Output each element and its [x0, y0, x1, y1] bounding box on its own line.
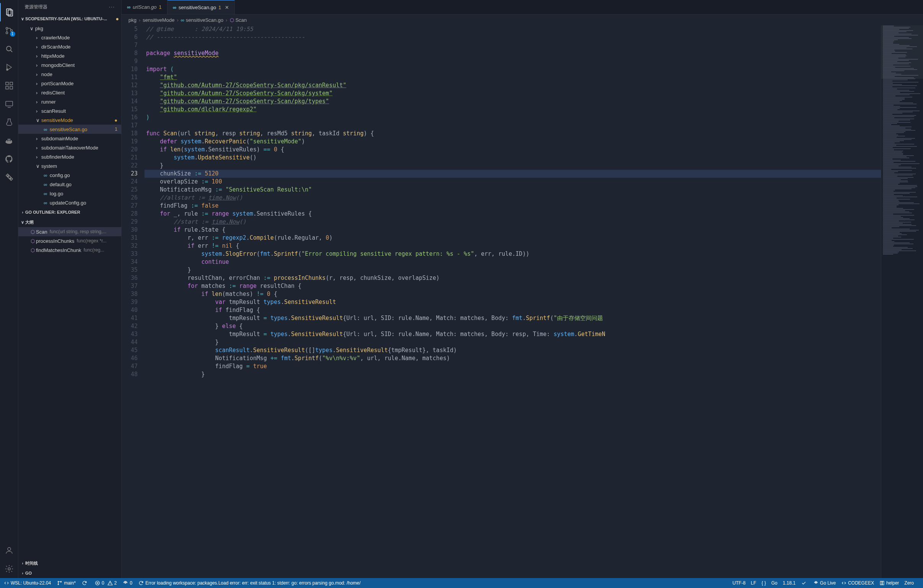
- svg-point-14: [8, 547, 11, 550]
- go-section-header[interactable]: ›GO: [18, 568, 121, 578]
- settings-icon[interactable]: [0, 560, 18, 578]
- tab-sensitivescan[interactable]: ∞ sensitiveScan.go 1 ✕: [168, 0, 235, 14]
- svg-point-17: [58, 584, 59, 585]
- tab-urlscan[interactable]: ∞ urlScan.go 1: [122, 0, 168, 14]
- outline-item-scan[interactable]: ⬡Scanfunc(url string, resp string,...: [18, 227, 121, 236]
- status-sync[interactable]: [82, 580, 89, 586]
- tree-folder[interactable]: ›scanResult: [18, 106, 121, 115]
- svg-rect-8: [10, 82, 13, 85]
- minimap[interactable]: [881, 25, 923, 578]
- tree-folder-system[interactable]: ∨system: [18, 161, 121, 171]
- remote-icon[interactable]: [0, 95, 18, 113]
- tree-folder[interactable]: ›node: [18, 70, 121, 79]
- svg-rect-7: [6, 82, 8, 85]
- line-gutter: 5678910111213141516171819202122232425262…: [122, 25, 145, 578]
- svg-point-13: [10, 178, 11, 179]
- status-remote[interactable]: WSL: Ubuntu-22.04: [4, 580, 51, 586]
- timeline-header[interactable]: ›时间线: [18, 558, 121, 568]
- sidebar-title: 资源管理器 ···: [18, 0, 121, 14]
- scm-icon[interactable]: 1: [0, 21, 18, 40]
- tree-folder[interactable]: ›httpxMode: [18, 51, 121, 61]
- sidebar: 资源管理器 ··· ∨ SCOPESENTRY-SCAN [WSL: UBUNT…: [18, 0, 122, 578]
- tab-bar: ∞ urlScan.go 1 ∞ sensitiveScan.go 1 ✕: [122, 0, 923, 15]
- extensions-icon[interactable]: [0, 76, 18, 95]
- tree-folder[interactable]: ›redisClient: [18, 88, 121, 97]
- status-branch[interactable]: main*: [57, 580, 76, 586]
- tree-folder[interactable]: ›subfinderMode: [18, 152, 121, 161]
- test-icon[interactable]: [0, 113, 18, 131]
- tree-file[interactable]: ∞updateConfig.go: [18, 198, 121, 207]
- tree-file[interactable]: ∞default.go: [18, 180, 121, 189]
- account-icon[interactable]: [0, 541, 18, 560]
- svg-rect-23: [882, 581, 884, 585]
- tree-folder[interactable]: ›dirScanMode: [18, 42, 121, 51]
- explorer-icon[interactable]: [0, 3, 18, 21]
- svg-point-16: [58, 581, 59, 582]
- scm-badge: 1: [10, 31, 15, 37]
- tree-file[interactable]: ∞log.go: [18, 189, 121, 198]
- svg-point-6: [7, 69, 8, 71]
- tree-folder-sensitive[interactable]: ∨sensitiveMode●: [18, 115, 121, 125]
- activity-bar: 1: [0, 0, 18, 578]
- sidebar-more-icon[interactable]: ···: [109, 4, 115, 10]
- svg-rect-22: [880, 581, 882, 585]
- status-encoding[interactable]: UTF-8: [732, 580, 746, 586]
- svg-rect-9: [6, 86, 8, 89]
- svg-rect-11: [6, 101, 13, 106]
- git-panel-icon[interactable]: [0, 168, 18, 187]
- tree-file-sensitive-scan[interactable]: ∞sensitiveScan.go1: [18, 125, 121, 134]
- tree-folder[interactable]: ›portScanMode: [18, 79, 121, 88]
- workspace-header[interactable]: ∨ SCOPESENTRY-SCAN [WSL: UBUNTU-... ●: [18, 14, 121, 24]
- status-bar: WSL: Ubuntu-22.04 main* 0 2 0 Error load…: [0, 578, 923, 588]
- close-icon[interactable]: ✕: [225, 5, 229, 10]
- tree-folder[interactable]: ›mongodbClient: [18, 61, 121, 70]
- go-file-icon: ∞: [127, 4, 130, 10]
- status-loading-error[interactable]: Error loading workspace: packages.Load e…: [138, 580, 361, 586]
- go-outliner-header[interactable]: ›GO OUTLINER: EXPLORER: [18, 207, 121, 217]
- svg-point-15: [8, 568, 10, 570]
- status-brackets[interactable]: { }: [762, 580, 766, 586]
- status-language[interactable]: Go: [771, 580, 777, 586]
- svg-point-20: [125, 583, 126, 583]
- tree-folder-pkg[interactable]: ∨pkg: [18, 24, 121, 33]
- go-file-icon: ∞: [173, 5, 176, 10]
- status-ports[interactable]: 0: [123, 580, 132, 586]
- svg-point-5: [7, 46, 11, 51]
- editor-area: ∞ urlScan.go 1 ∞ sensitiveScan.go 1 ✕ pk…: [122, 0, 923, 578]
- status-helper[interactable]: helper: [879, 580, 899, 586]
- file-tree: ∨pkg ›crawlerMode›dirScanMode›httpxMode›…: [18, 24, 121, 207]
- status-go-version[interactable]: 1.18.1: [783, 580, 795, 586]
- svg-point-21: [815, 583, 816, 583]
- status-zero[interactable]: Zero: [904, 580, 914, 586]
- tree-folder[interactable]: ›subdomainTakeoverMode: [18, 143, 121, 152]
- svg-point-2: [6, 28, 8, 30]
- outline-item-process[interactable]: ⬡processInChunksfunc(regex *r...: [18, 236, 121, 245]
- svg-rect-10: [10, 86, 13, 89]
- tree-folder[interactable]: ›runner: [18, 97, 121, 106]
- status-problems[interactable]: 0 2: [95, 580, 117, 586]
- breadcrumb[interactable]: pkg› sensitiveMode› ∞sensitiveScan.go› ⬡…: [122, 15, 923, 25]
- code-content[interactable]: // @time : 2024/4/11 19:55// -----------…: [145, 25, 881, 578]
- code-editor[interactable]: 5678910111213141516171819202122232425262…: [122, 25, 923, 578]
- search-icon[interactable]: [0, 40, 18, 58]
- status-codegeex[interactable]: CODEGEEX: [841, 580, 874, 586]
- tree-file[interactable]: ∞config.go: [18, 171, 121, 180]
- run-icon[interactable]: [0, 58, 18, 76]
- svg-point-12: [7, 176, 8, 177]
- tree-folder[interactable]: ›subdomainMode: [18, 134, 121, 143]
- svg-point-3: [6, 32, 8, 34]
- status-eol[interactable]: LF: [751, 580, 756, 586]
- docker-icon[interactable]: [0, 131, 18, 150]
- status-golive[interactable]: Go Live: [813, 580, 836, 586]
- status-check[interactable]: [801, 580, 808, 586]
- outline-header[interactable]: ∨大纲: [18, 217, 121, 227]
- outline-item-find[interactable]: ⬡findMatchesInChunkfunc(reg...: [18, 245, 121, 255]
- tree-folder[interactable]: ›crawlerMode: [18, 33, 121, 42]
- github-icon[interactable]: [0, 150, 18, 168]
